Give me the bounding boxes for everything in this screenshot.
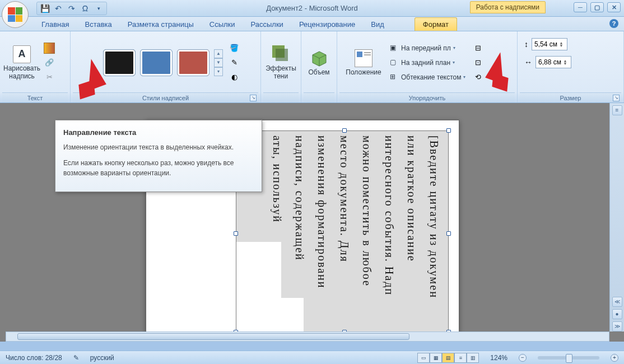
height-icon: ↕ — [524, 40, 528, 49]
break-link-icon[interactable]: ✂ — [44, 72, 55, 83]
tab-format[interactable]: Формат — [415, 17, 457, 31]
3d-icon — [310, 49, 328, 67]
size-launcher-icon[interactable]: ↘ — [613, 95, 620, 101]
tab-mailings[interactable]: Рассылки — [243, 18, 291, 31]
group-icon[interactable]: ⊡ — [472, 57, 483, 68]
full-screen-view-button[interactable]: ▦ — [430, 353, 442, 363]
group-shadow: Эффекты тени — [261, 31, 301, 102]
width-input[interactable]: 6,88 см▲▼ — [535, 56, 571, 68]
resize-handle[interactable] — [446, 128, 451, 133]
shape-fill-icon[interactable]: 🪣 — [229, 43, 240, 54]
shape-outline-icon[interactable]: ✎ — [229, 57, 240, 68]
style-swatch-blue[interactable] — [140, 49, 173, 76]
text-wrap-icon: ⊞ — [390, 73, 399, 82]
create-link-icon[interactable]: 🔗 — [44, 57, 55, 68]
selected-textbox[interactable]: [Введите цитату из докумен или краткое о… — [236, 130, 449, 332]
draft-view-button[interactable]: ▥ — [467, 353, 479, 363]
language-indicator[interactable]: русский — [90, 354, 114, 362]
width-icon: ↔ — [524, 58, 532, 67]
shadow-effects-button[interactable]: Эффекты тени — [263, 38, 299, 88]
bring-front-icon: ▣ — [390, 44, 399, 53]
textbox-line: [Введите цитату из докумен — [425, 136, 444, 327]
group-size-label: Размер ↘ — [520, 92, 621, 102]
prev-page-icon[interactable]: ≪ — [612, 297, 622, 307]
resize-handle[interactable] — [234, 231, 238, 236]
textbox-line: изменения форматировани — [313, 136, 332, 327]
scrollbar-thumb[interactable] — [17, 333, 409, 340]
tooltip-body: Изменение ориентации текста в выделенных… — [63, 142, 254, 152]
textbox-line: можно поместить в любое — [357, 136, 376, 327]
print-layout-view-button[interactable]: ▭ — [417, 353, 430, 363]
textbox-line: интересного события. Надп — [380, 136, 399, 327]
text-wrap-button[interactable]: ⊞Обтекание текстом▾ — [388, 71, 468, 84]
group-shadow-label — [263, 92, 299, 102]
textbox-icon: A — [13, 45, 31, 63]
tooltip-body: Если нажать кнопку несколько раз, можно … — [63, 158, 254, 178]
styles-launcher-icon[interactable]: ↘ — [250, 95, 257, 101]
textbox-line: или краткое описание — [402, 136, 421, 327]
save-icon[interactable]: 💾 — [40, 4, 49, 13]
word-count[interactable]: Число слов: 28/28 — [6, 354, 62, 362]
group-text-label: Текст — [2, 92, 68, 102]
3d-effects-button[interactable]: Объем — [304, 38, 334, 88]
group-3d: Объем — [301, 31, 337, 102]
minimize-button[interactable]: ─ — [574, 2, 587, 12]
status-bar: Число слов: 28/28 ✎ русский ▭ ▦ ▤ ≡ ▥ 12… — [0, 351, 624, 364]
web-layout-view-button[interactable]: ▤ — [442, 353, 454, 363]
style-swatch-red[interactable] — [177, 49, 209, 76]
draw-textbox-label: Нарисовать надпись — [3, 64, 40, 80]
group-text: A Нарисовать надпись 🔗 ✂ Текст — [0, 31, 71, 102]
outline-view-button[interactable]: ≡ — [454, 353, 467, 363]
maximize-button[interactable]: ▢ — [590, 2, 604, 12]
position-icon — [355, 49, 372, 67]
tab-review[interactable]: Рецензирование — [291, 18, 363, 31]
office-button[interactable] — [2, 1, 29, 28]
quick-access-toolbar: 💾 ↶ ↷ Ω ▾ — [36, 2, 107, 15]
horizontal-scrollbar[interactable] — [6, 332, 609, 342]
help-icon[interactable]: ? — [609, 19, 618, 28]
text-direction-icon[interactable] — [44, 43, 55, 54]
tab-page-layout[interactable]: Разметка страницы — [120, 18, 202, 31]
style-gallery-scroll[interactable]: ▲▼▾ — [214, 49, 223, 76]
zoom-level[interactable]: 124% — [490, 354, 507, 362]
next-page-icon[interactable]: ≫ — [612, 321, 622, 332]
send-to-back-button[interactable]: ▢На задний план▾ — [388, 56, 468, 69]
resize-handle[interactable] — [446, 231, 451, 236]
group-styles-label: Стили надписей ↘ — [73, 92, 258, 102]
zoom-out-button[interactable]: − — [519, 354, 527, 362]
textbox-line: место документа. Для — [335, 136, 354, 327]
office-logo-icon — [8, 7, 22, 22]
position-button[interactable]: Положение — [339, 38, 388, 88]
tab-view[interactable]: Вид — [363, 18, 392, 31]
title-bar: 💾 ↶ ↷ Ω ▾ Документ2 - Microsoft Word Раб… — [0, 0, 624, 17]
resize-handle[interactable] — [342, 128, 347, 133]
zoom-slider[interactable] — [538, 356, 599, 360]
redo-icon[interactable]: ↷ — [67, 4, 76, 13]
view-buttons: ▭ ▦ ▤ ≡ ▥ — [417, 353, 479, 363]
close-button[interactable]: ✕ — [607, 2, 621, 12]
browse-object-icon[interactable]: ● — [612, 309, 622, 319]
height-input[interactable]: 5,54 см▲▼ — [532, 38, 567, 50]
tooltip-text-direction: Направление текста Изменение ориентации … — [55, 120, 262, 192]
undo-icon[interactable]: ↶ — [54, 4, 63, 13]
ruler-toggle-icon[interactable]: ≡ — [612, 105, 622, 115]
change-shape-icon[interactable]: ◐ — [229, 72, 240, 83]
rotate-icon[interactable]: ⟲ — [472, 72, 483, 83]
align-icon[interactable]: ⊟ — [472, 43, 483, 54]
shadow-icon — [272, 45, 290, 63]
ribbon-tabs: Главная Вставка Разметка страницы Ссылки… — [0, 17, 624, 31]
vertical-scrollbar[interactable]: ≡ ≪ ● ≫ — [609, 103, 624, 332]
window-controls: ─ ▢ ✕ — [574, 2, 621, 12]
symbol-icon[interactable]: Ω — [81, 4, 90, 13]
tooltip-title: Направление текста — [63, 128, 254, 137]
bring-to-front-button[interactable]: ▣На передний пл▾ — [388, 41, 468, 55]
tab-references[interactable]: Ссылки — [202, 18, 243, 31]
qat-dropdown-icon[interactable]: ▾ — [94, 4, 103, 13]
proofing-icon[interactable]: ✎ — [73, 354, 79, 362]
draw-textbox-button[interactable]: A Нарисовать надпись — [2, 38, 41, 88]
send-back-icon: ▢ — [390, 58, 399, 67]
zoom-in-button[interactable]: + — [611, 354, 618, 362]
tab-home[interactable]: Главная — [34, 18, 77, 31]
style-swatch-black[interactable] — [103, 49, 136, 76]
tab-insert[interactable]: Вставка — [77, 18, 119, 31]
